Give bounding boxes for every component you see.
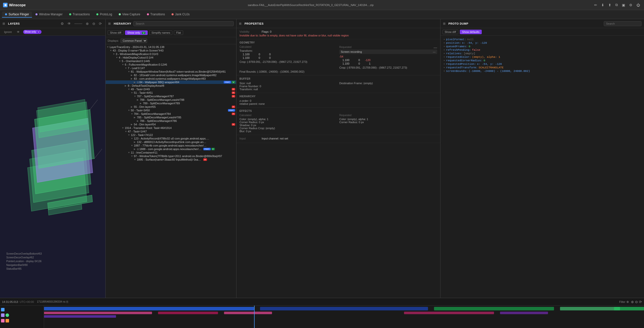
upload-icon[interactable]: ⬆ — [607, 2, 612, 8]
tab-transitions[interactable]: Transitions — [144, 12, 168, 18]
tree-node-2[interactable]: ▼ 3 - WindowedMagnification:0:31#3 — [106, 52, 236, 56]
tree-arrow-27[interactable]: ▶ — [134, 141, 137, 143]
layers-zoom-in-btn[interactable]: ⊕ — [85, 21, 90, 26]
power-icon[interactable]: ⏻ — [635, 2, 641, 8]
hier-show-diff-btn[interactable]: Show diff — [108, 30, 124, 35]
tree-node-23[interactable]: ▼ 1914 - Transition Root: Task=46#1914 — [106, 126, 236, 130]
tree-node-32[interactable]: ▼ 1895 - Surface{name=3baac60 InputMetho… — [106, 158, 236, 161]
tree-node-31[interactable]: ▼ 97 - WindowToken{7f78b6b type=2011 and… — [106, 154, 236, 158]
filter-icon[interactable]: ⊕ — [626, 300, 629, 304]
tree-arrow-5[interactable]: ▼ — [122, 63, 125, 66]
zoom-out-btn[interactable]: ⊖ — [635, 300, 638, 304]
tree-node-0[interactable]: ▼ LayerTraceEntry - 2024-03-31, 14:31:05… — [106, 45, 236, 49]
tree-node-21[interactable]: ▶ 786 - SplitDecorManager#786 — [106, 119, 236, 123]
tree-arrow-28[interactable]: ▼ — [131, 144, 134, 147]
tree-arrow-3[interactable]: ▼ — [116, 56, 119, 59]
displays-select[interactable]: Common Panel — [120, 38, 147, 43]
tree-node-6[interactable]: ▼ 7 - Leaf:0:1#7 — [106, 66, 236, 70]
tree-arrow-4[interactable]: ▼ — [119, 60, 122, 62]
timeline-tracks[interactable] — [44, 306, 644, 328]
hier-simplify-names-btn[interactable]: Simplify names — [149, 30, 173, 35]
tree-node-15[interactable]: ▶ 788 - SplitDecorManagerLeash#788 — [106, 98, 236, 102]
tree-node-26[interactable]: ▼ 123 - ActivityRecord{4788c02 u0 com.go… — [106, 137, 236, 140]
tab-transactions[interactable]: Transactions — [66, 12, 93, 18]
proto-show-diff-btn[interactable]: Show diff — [442, 30, 458, 34]
tree-node-5[interactable]: ▼ 6 - FullscreenMagnification:0:12#6 — [106, 63, 236, 66]
tree-node-9[interactable]: ▶ 83 - com.android.systemui.wallpapers.I… — [106, 77, 236, 80]
tree-node-25[interactable]: ▼ 122 - Task=7#122 — [106, 133, 236, 137]
proto-dump-search[interactable] — [604, 21, 641, 26]
layers-eye-btn[interactable]: 👁 — [66, 21, 72, 26]
tree-arrow-24[interactable]: ▼ — [125, 130, 128, 133]
hier-flat-btn[interactable]: Flat — [174, 30, 183, 35]
layers-settings-btn[interactable]: ⚙ — [60, 21, 65, 26]
tree-arrow-31[interactable]: ▼ — [131, 155, 134, 157]
tree-arrow-10[interactable]: ▶ — [134, 81, 137, 83]
tree-arrow-17[interactable]: ▶ — [131, 106, 134, 108]
tab-view-capture[interactable]: View Capture — [116, 12, 143, 18]
tree-node-22[interactable]: ▶ 54 - Dim layer#54 H — [106, 123, 236, 126]
zoom-reset-btn[interactable]: ⟳ — [639, 300, 642, 304]
tree-node-13[interactable]: ▼ 51 - Task=4#51 H — [106, 91, 236, 95]
tree-node-29[interactable]: ▶ ⊟ 1888 - com.google.android.apps.nexus… — [106, 147, 236, 151]
proto-show-defaults-btn[interactable]: Show defaults — [460, 30, 482, 34]
tree-node-20[interactable]: ▶ 785 - SplitDecorManagerLeash#785 — [106, 116, 236, 119]
settings-icon[interactable]: ⚙ — [628, 2, 633, 8]
tree-arrow-8[interactable]: ▶ — [131, 74, 134, 76]
download-icon[interactable]: ⬇ — [600, 2, 605, 8]
tree-node-14[interactable]: ▼ 787 - SplitDecorManager#787 H — [106, 95, 236, 98]
tab-proto-log[interactable]: ProtoLog — [93, 12, 115, 18]
tree-arrow-15[interactable]: ▶ — [137, 99, 140, 101]
tree-arrow-12[interactable]: ▼ — [128, 88, 131, 90]
tree-node-17[interactable]: ▶ 55 - Dim layer#55 H — [106, 105, 236, 109]
tree-arrow-16[interactable]: ▶ — [140, 102, 143, 105]
tree-node-27[interactable]: ▶ 132 - d886913 ActivityRecordInputSink … — [106, 140, 236, 144]
tree-arrow-23[interactable]: ▼ — [122, 127, 125, 129]
show-only-badge[interactable]: Show only V — [23, 30, 42, 34]
tree-arrow-32[interactable]: ▼ — [134, 158, 137, 161]
hierarchy-search-input[interactable] — [133, 21, 234, 26]
tree-node-24[interactable]: ▼ 47 - Task=1#47 — [106, 130, 236, 133]
tab-surface-flinger[interactable]: Surface Flinger — [2, 12, 32, 18]
tree-arrow-21[interactable]: ▶ — [137, 120, 140, 122]
tree-arrow-2[interactable]: ▼ — [113, 53, 116, 55]
tree-node-18[interactable]: ▼ 50 - Task=3#50 HWC — [106, 109, 236, 112]
tree-arrow-29[interactable]: ▶ — [134, 148, 137, 150]
layers-ignore-btn[interactable]: Ignore — [3, 30, 13, 34]
zoom-in-btn[interactable]: ⊕ — [631, 300, 634, 304]
tree-arrow-22[interactable]: ▶ — [131, 123, 134, 126]
tree-node-19[interactable]: ▼ 784 - SplitDecorManager#784 H — [106, 112, 236, 116]
edit-icon[interactable]: ✏ — [593, 2, 598, 8]
tree-node-1[interactable]: ▼ 43 - Display 0 name="Built-in Screen"#… — [106, 49, 236, 52]
hier-show-only-btn[interactable]: Show only V — [125, 30, 148, 35]
tree-node-7[interactable]: ▼ 81 - WallpaperWindowToken{fcfbcd7 toke… — [106, 70, 236, 73]
tree-arrow-1[interactable]: ▼ — [110, 49, 113, 52]
tree-arrow-14[interactable]: ▼ — [134, 95, 137, 98]
tree-arrow-19[interactable]: ▼ — [131, 113, 134, 115]
tree-arrow-30[interactable]: ▼ — [128, 151, 131, 154]
geometry-collapse-icon[interactable]: — — [434, 45, 437, 50]
layers-eye-toggle[interactable]: 👁 — [15, 30, 21, 34]
tree-arrow-18[interactable]: ▼ — [128, 109, 131, 112]
tree-node-30[interactable]: ▼ 11 - ImeContainer#11 — [106, 151, 236, 154]
tree-node-16[interactable]: ▶ 789 - SplitDecorManager#789 — [106, 102, 236, 105]
copy-icon[interactable]: ⎘ — [66, 300, 68, 304]
tree-arrow-20[interactable]: ▶ — [134, 116, 137, 119]
layers-reset-btn[interactable]: ⟳ — [98, 21, 103, 26]
tree-arrow-25[interactable]: ▼ — [128, 134, 131, 136]
tree-arrow-11[interactable]: ▶ — [125, 84, 128, 87]
monitor-icon[interactable]: ▣ — [621, 2, 626, 8]
tree-node-11[interactable]: ▶ 8 - DefaultTaskDisplayArea#8 — [106, 84, 236, 87]
tree-node-12[interactable]: ▼ 49 - Task=2#49 H — [106, 87, 236, 91]
layers-zoom-out-btn[interactable]: ⊖ — [91, 21, 96, 26]
tree-arrow-6[interactable]: ▼ — [125, 67, 128, 69]
split-icon[interactable]: ⧉ — [614, 2, 619, 8]
tree-node-10[interactable]: ▶ ⊟ 84 - Wallpaper BBQ wrapper#84 HWC V — [106, 80, 236, 84]
tree-node-8[interactable]: ▶ 82 - 181eabf com.android.systemui.wall… — [106, 73, 236, 77]
tree-arrow-9[interactable]: ▶ — [131, 77, 134, 80]
tree-arrow-13[interactable]: ▼ — [131, 91, 134, 94]
tab-jank-cujs[interactable]: Jank CUJs — [169, 12, 193, 18]
tab-window-manager[interactable]: Window Manager — [32, 12, 65, 18]
tree-arrow-26[interactable]: ▼ — [131, 137, 134, 140]
tree-node-4[interactable]: ▼ 5 - OneHanded:0:1445 — [106, 59, 236, 63]
